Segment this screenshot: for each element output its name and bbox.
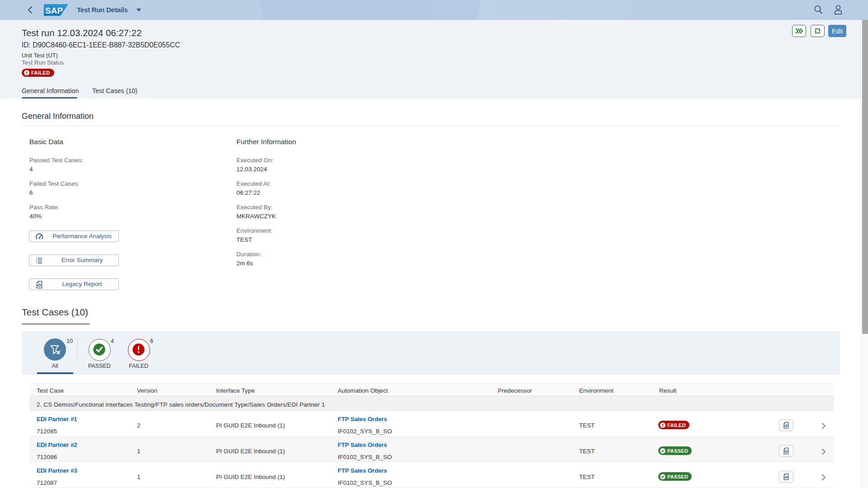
- svg-text:SAP: SAP: [45, 6, 63, 15]
